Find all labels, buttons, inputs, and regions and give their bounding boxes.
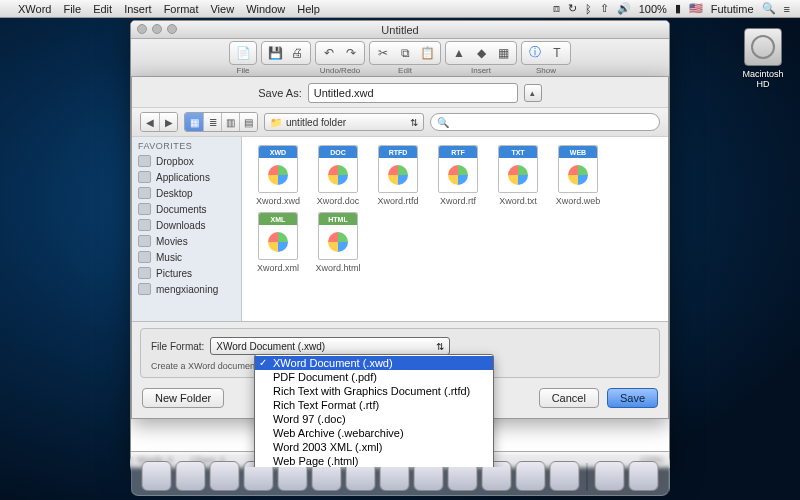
window-titlebar[interactable]: Untitled: [131, 21, 669, 39]
file-format-option[interactable]: Word 97 (.doc): [255, 412, 493, 426]
file-item[interactable]: XMLXword.xml: [250, 212, 306, 273]
file-format-option[interactable]: PDF Document (.pdf): [255, 370, 493, 384]
sidebar-item-desktop[interactable]: Desktop: [132, 185, 241, 201]
file-name: Xword.doc: [317, 196, 360, 206]
marker-icon[interactable]: ◆: [472, 44, 490, 62]
menu-format[interactable]: Format: [158, 3, 205, 15]
battery-text[interactable]: 100%: [635, 3, 671, 15]
redo-icon[interactable]: ↷: [342, 44, 360, 62]
music-icon: [138, 251, 151, 263]
file-format-option[interactable]: Web Page (.html): [255, 454, 493, 468]
dock-trash-icon[interactable]: [629, 461, 659, 491]
dock-launchpad-icon[interactable]: [176, 461, 206, 491]
folder-icon: 📁: [270, 117, 282, 128]
nav-forward-icon: ▶: [159, 113, 177, 131]
dock-finder-icon[interactable]: [142, 461, 172, 491]
clock-text[interactable]: Fututime: [707, 3, 758, 15]
wifi-menubar-icon[interactable]: ⇧: [596, 2, 613, 15]
file-name: Xword.rtfd: [377, 196, 418, 206]
file-item[interactable]: RTFXword.rtf: [430, 145, 486, 206]
window-title: Untitled: [381, 24, 418, 36]
file-item[interactable]: HTMLXword.html: [310, 212, 366, 273]
undo-icon[interactable]: ↶: [320, 44, 338, 62]
menu-view[interactable]: View: [204, 3, 240, 15]
cut-icon[interactable]: ✂: [374, 44, 392, 62]
chevron-updown-icon: ⇅: [410, 117, 418, 128]
sidebar-item-pictures[interactable]: Pictures: [132, 265, 241, 281]
save-icon[interactable]: 💾: [266, 44, 284, 62]
battery-menubar-icon[interactable]: ▮: [671, 2, 685, 15]
paste-icon[interactable]: 📋: [418, 44, 436, 62]
menu-file[interactable]: File: [57, 3, 87, 15]
sidebar-item-applications[interactable]: Applications: [132, 169, 241, 185]
sidebar-item-user[interactable]: mengxiaoning: [132, 281, 241, 297]
file-format-menu[interactable]: XWord Document (.xwd)PDF Document (.pdf)…: [254, 354, 494, 468]
file-format-select[interactable]: XWord Document (.xwd) ⇅: [210, 337, 450, 355]
sidebar-item-movies[interactable]: Movies: [132, 233, 241, 249]
expand-collapse-toggle[interactable]: ▴: [524, 84, 542, 102]
menu-edit[interactable]: Edit: [87, 3, 118, 15]
sidebar-item-dropbox[interactable]: Dropbox: [132, 153, 241, 169]
shape-icon[interactable]: ▲: [450, 44, 468, 62]
desktop-macintosh-hd[interactable]: Macintosh HD: [738, 28, 788, 89]
file-item[interactable]: DOCXword.doc: [310, 145, 366, 206]
dropbox-menubar-icon[interactable]: ⧈: [549, 2, 564, 15]
path-folder-label: untitled folder: [286, 117, 346, 128]
file-name: Xword.html: [315, 263, 360, 273]
file-format-option[interactable]: XWord Document (.xwd): [255, 356, 493, 370]
dock-xword-icon[interactable]: [550, 461, 580, 491]
file-name: Xword.xml: [257, 263, 299, 273]
xword-window: Untitled 📄File 💾🖨 ↶↷Undo/Redo ✂⧉📋Edit ▲◆…: [130, 20, 670, 468]
save-button[interactable]: Save: [607, 388, 658, 408]
file-item[interactable]: XWDXword.xwd: [250, 145, 306, 206]
path-folder-select[interactable]: 📁untitled folder ⇅: [264, 113, 424, 131]
volume-menubar-icon[interactable]: 🔊: [613, 2, 635, 15]
menubar-app[interactable]: XWord: [12, 3, 57, 15]
file-format-option[interactable]: Rich Text with Graphics Document (.rtfd): [255, 384, 493, 398]
copy-icon[interactable]: ⧉: [396, 44, 414, 62]
dock-downloads-icon[interactable]: [595, 461, 625, 491]
sidebar-item-music[interactable]: Music: [132, 249, 241, 265]
menu-window[interactable]: Window: [240, 3, 291, 15]
table-icon[interactable]: ▦: [494, 44, 512, 62]
info-icon[interactable]: ⓘ: [526, 44, 544, 62]
file-icon: RTF: [438, 145, 478, 193]
hd-icon: [744, 28, 782, 66]
file-format-option[interactable]: Web Archive (.webarchive): [255, 426, 493, 440]
print-icon[interactable]: 🖨: [288, 44, 306, 62]
spotlight-icon[interactable]: 🔍: [758, 2, 780, 15]
file-icon: TXT: [498, 145, 538, 193]
menu-insert[interactable]: Insert: [118, 3, 158, 15]
traffic-lights[interactable]: [137, 24, 177, 34]
file-item[interactable]: WEBXword.web: [550, 145, 606, 206]
sidebar-item-documents[interactable]: Documents: [132, 201, 241, 217]
sidebar-item-downloads[interactable]: Downloads: [132, 217, 241, 233]
file-format-option[interactable]: Word 2003 XML (.xml): [255, 440, 493, 454]
file-item[interactable]: RTFDXword.rtfd: [370, 145, 426, 206]
notification-center-icon[interactable]: ≡: [780, 3, 794, 15]
file-name: Xword.rtf: [440, 196, 476, 206]
text-tool-icon[interactable]: T: [548, 44, 566, 62]
dock-preferences-icon[interactable]: [516, 461, 546, 491]
dropbox-icon: [138, 155, 151, 167]
new-doc-icon[interactable]: 📄: [234, 44, 252, 62]
view-mode-segmented[interactable]: ▦≣▥▤: [184, 112, 258, 132]
file-format-option[interactable]: Rich Text Format (.rtf): [255, 398, 493, 412]
finder-nav-row: ◀▶ ▦≣▥▤ 📁untitled folder ⇅ 🔍: [132, 107, 668, 137]
nav-back-forward[interactable]: ◀▶: [140, 112, 178, 132]
file-browser: FAVORITES Dropbox Applications Desktop D…: [132, 137, 668, 322]
dock-safari-icon[interactable]: [210, 461, 240, 491]
file-item[interactable]: TXTXword.txt: [490, 145, 546, 206]
menu-help[interactable]: Help: [291, 3, 326, 15]
file-name: Xword.xwd: [256, 196, 300, 206]
save-as-filename-input[interactable]: Untitled.xwd: [308, 83, 518, 103]
applications-icon: [138, 171, 151, 183]
sync-menubar-icon[interactable]: ↻: [564, 2, 581, 15]
file-grid[interactable]: XWDXword.xwdDOCXword.docRTFDXword.rtfdRT…: [242, 137, 668, 321]
input-flag-icon[interactable]: 🇺🇸: [685, 2, 707, 15]
search-icon: 🔍: [437, 117, 449, 128]
cancel-button[interactable]: Cancel: [539, 388, 599, 408]
new-folder-button[interactable]: New Folder: [142, 388, 224, 408]
finder-search-input[interactable]: 🔍: [430, 113, 660, 131]
bluetooth-menubar-icon[interactable]: ᛒ: [581, 3, 596, 15]
